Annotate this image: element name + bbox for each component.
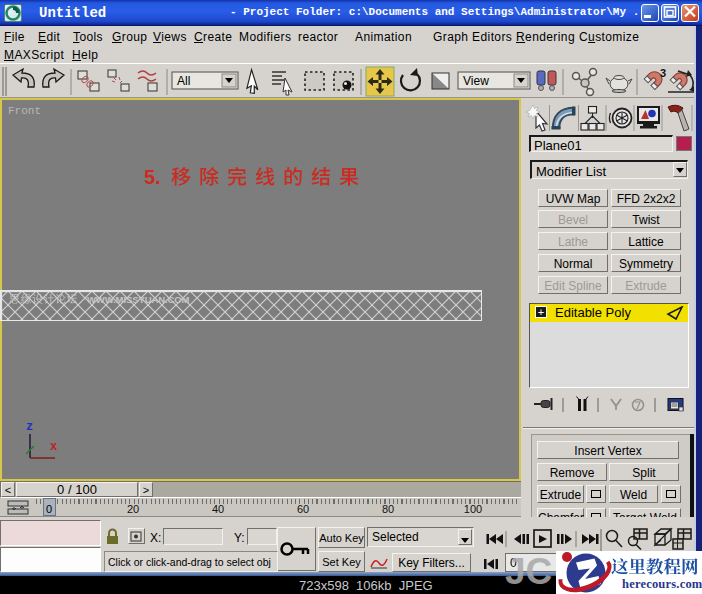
svg-text:All: All — [177, 74, 190, 88]
svg-text:herecours.com: herecours.com — [622, 577, 702, 591]
svg-text:3: 3 — [660, 67, 666, 79]
svg-text:5.: 5. — [144, 166, 161, 188]
svg-text:x: x — [50, 440, 57, 454]
svg-text:View: View — [463, 74, 489, 88]
svg-text:z: z — [26, 420, 33, 434]
svg-text:WWW.MISSYUAN.COM: WWW.MISSYUAN.COM — [87, 294, 190, 305]
